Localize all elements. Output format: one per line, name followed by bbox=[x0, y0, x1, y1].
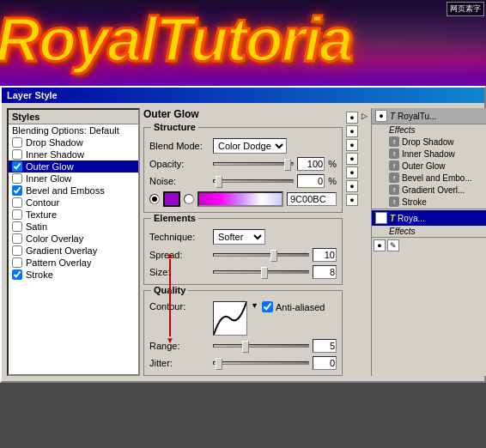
pattern-overlay-checkbox[interactable] bbox=[12, 257, 22, 268]
bottom-layer-T: T bbox=[390, 214, 395, 223]
range-thumb[interactable] bbox=[242, 341, 249, 353]
stroke-checkbox[interactable] bbox=[12, 269, 22, 280]
style-item-bevel-emboss[interactable]: Bevel and Emboss bbox=[9, 185, 138, 197]
effect-inner-shadow[interactable]: f Inner Shadow bbox=[372, 148, 486, 160]
contour-preview[interactable] bbox=[213, 301, 247, 336]
bevel-emboss-label: Bevel and Emboss bbox=[26, 185, 105, 196]
opacity-slider[interactable] bbox=[213, 162, 294, 166]
dialog-title: Layer Style bbox=[2, 88, 484, 103]
effect-bevel-emboss[interactable]: f Bevel and Embo... bbox=[372, 172, 486, 184]
jitter-slider[interactable] bbox=[213, 361, 309, 365]
drop-shadow-checkbox[interactable] bbox=[12, 137, 22, 148]
spread-slider[interactable] bbox=[213, 253, 309, 257]
inner-glow-checkbox[interactable] bbox=[12, 173, 22, 184]
style-item-color-overlay[interactable]: Color Overlay bbox=[9, 233, 138, 245]
style-item-drop-shadow[interactable]: Drop Shadow bbox=[9, 136, 138, 148]
eye-icon-2[interactable]: ● bbox=[346, 125, 358, 137]
contour-checkbox[interactable] bbox=[12, 197, 22, 208]
effect-stroke-label: Stroke bbox=[402, 197, 427, 207]
style-item-blending[interactable]: Blending Options: Default bbox=[9, 124, 138, 136]
eye-icon-5[interactable]: ● bbox=[346, 166, 358, 179]
hex-input[interactable] bbox=[287, 192, 337, 206]
style-item-gradient-overlay[interactable]: Gradient Overlay bbox=[9, 245, 138, 257]
opacity-input[interactable] bbox=[297, 157, 325, 171]
inner-glow-label: Inner Glow bbox=[26, 173, 71, 184]
layer-style-dialog: Layer Style Styles Blending Options: Def… bbox=[0, 86, 486, 383]
fx-stroke-icon: f bbox=[389, 197, 399, 207]
pattern-overlay-label: Pattern Overlay bbox=[26, 257, 91, 268]
banner: RoyalTutoria 网页素字 bbox=[0, 0, 486, 86]
eye-icon-6[interactable]: ● bbox=[346, 180, 358, 192]
satin-checkbox[interactable] bbox=[12, 221, 22, 232]
blend-mode-select[interactable]: Color Dodge bbox=[213, 138, 287, 154]
gradient-swatch[interactable] bbox=[197, 191, 283, 207]
color-overlay-checkbox[interactable] bbox=[12, 233, 22, 244]
contour-dropdown-arrow[interactable]: ▼ bbox=[251, 301, 258, 310]
technique-select[interactable]: Softer Precise bbox=[213, 229, 265, 245]
effect-gradient-overlay[interactable]: f Gradient Overl... bbox=[372, 184, 486, 196]
noise-input[interactable] bbox=[297, 174, 325, 188]
jitter-label: Jitter: bbox=[149, 358, 210, 368]
spread-label: Spread: bbox=[149, 250, 210, 260]
spread-thumb[interactable] bbox=[270, 250, 277, 262]
toolbar-pencil-icon[interactable]: ✎ bbox=[387, 239, 399, 251]
opacity-pct: % bbox=[328, 159, 337, 169]
noise-slider[interactable] bbox=[213, 179, 294, 183]
structure-section: Structure Blend Mode: Color Dodge Opacit… bbox=[143, 127, 343, 213]
jitter-input[interactable] bbox=[313, 356, 337, 370]
style-item-texture[interactable]: Texture bbox=[9, 209, 138, 221]
jitter-thumb[interactable] bbox=[216, 358, 222, 370]
noise-thumb[interactable] bbox=[216, 176, 222, 188]
gradient-overlay-label: Gradient Overlay bbox=[26, 245, 97, 256]
satin-label: Satin bbox=[26, 221, 47, 232]
style-item-outer-glow[interactable]: Outer Glow bbox=[9, 160, 138, 173]
anti-alias-checkbox[interactable] bbox=[262, 301, 273, 312]
layer-divider bbox=[372, 209, 486, 209]
eye-icon-4[interactable]: ● bbox=[346, 153, 358, 165]
spread-input[interactable] bbox=[313, 248, 337, 262]
eye-icon-bottom[interactable]: ● bbox=[375, 212, 387, 224]
style-item-contour[interactable]: Contour bbox=[9, 197, 138, 209]
color-swatch[interactable] bbox=[163, 191, 180, 207]
effect-outer-glow[interactable]: f Outer Glow bbox=[372, 160, 486, 172]
style-item-pattern-overlay[interactable]: Pattern Overlay bbox=[9, 257, 138, 269]
size-input[interactable] bbox=[313, 265, 337, 279]
size-label: Size: bbox=[149, 267, 210, 277]
quality-section: Quality Contour: ▼ Anti-aliased bbox=[143, 290, 343, 376]
bottom-layer-row[interactable]: ● T Roya... ▼ ⚙ bbox=[372, 210, 486, 226]
size-slider[interactable] bbox=[213, 270, 309, 274]
texture-label: Texture bbox=[26, 209, 57, 220]
watermark: 网页素字 bbox=[447, 2, 484, 16]
structure-title: Structure bbox=[151, 122, 198, 132]
effects-label-top: Effects bbox=[372, 124, 486, 136]
collapse-arrow[interactable]: ▷ bbox=[361, 112, 368, 120]
toolbar-eye-icon[interactable]: ● bbox=[374, 239, 386, 251]
elements-title: Elements bbox=[151, 213, 198, 223]
size-thumb[interactable] bbox=[261, 267, 268, 279]
effect-drop-shadow[interactable]: f Drop Shadow bbox=[372, 136, 486, 148]
outer-glow-label: Outer Glow bbox=[26, 161, 74, 172]
gradient-radio[interactable] bbox=[184, 194, 194, 204]
effect-stroke[interactable]: f Stroke bbox=[372, 196, 486, 208]
noise-pct: % bbox=[328, 176, 337, 186]
style-item-stroke[interactable]: Stroke bbox=[9, 269, 138, 281]
range-slider[interactable] bbox=[213, 344, 309, 348]
solid-color-radio[interactable] bbox=[149, 194, 160, 204]
layers-panel-header: ● T RoyalTu... ▼ ⚙ bbox=[372, 108, 486, 124]
outer-glow-title: Outer Glow bbox=[143, 108, 343, 120]
outer-glow-checkbox[interactable] bbox=[12, 161, 22, 172]
texture-checkbox[interactable] bbox=[12, 209, 22, 220]
range-input[interactable] bbox=[313, 339, 337, 353]
blend-mode-label: Blend Mode: bbox=[149, 141, 210, 151]
opacity-thumb[interactable] bbox=[284, 159, 291, 171]
eye-icon-1[interactable]: ● bbox=[346, 112, 358, 124]
bevel-emboss-checkbox[interactable] bbox=[12, 185, 22, 196]
eye-icon-7[interactable]: ● bbox=[346, 194, 358, 206]
style-item-inner-shadow[interactable]: Inner Shadow bbox=[9, 148, 138, 160]
eye-icon-text[interactable]: ● bbox=[375, 110, 387, 122]
eye-icon-3[interactable]: ● bbox=[346, 139, 358, 151]
style-item-satin[interactable]: Satin bbox=[9, 221, 138, 233]
inner-shadow-checkbox[interactable] bbox=[12, 149, 22, 160]
style-item-inner-glow[interactable]: Inner Glow bbox=[9, 173, 138, 185]
gradient-overlay-checkbox[interactable] bbox=[12, 245, 22, 256]
